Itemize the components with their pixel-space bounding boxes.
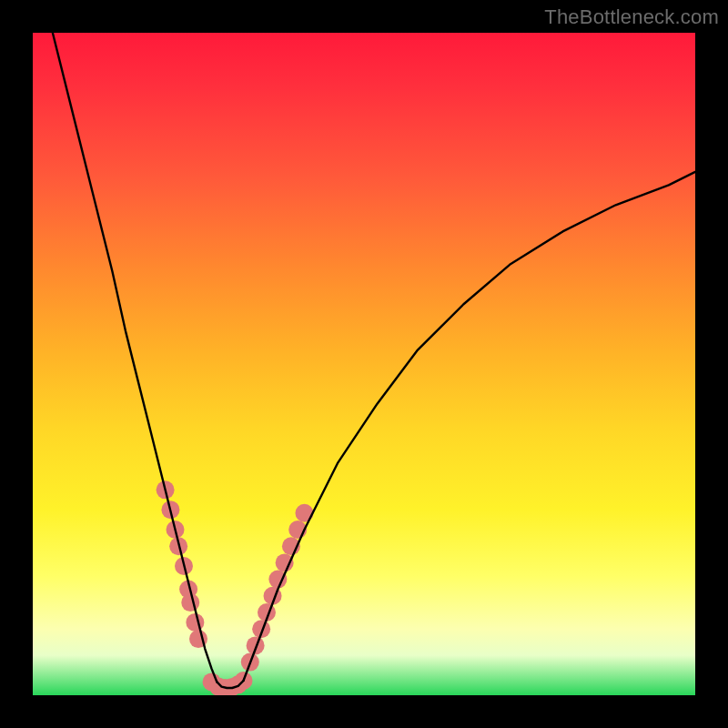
series-right-branch (244, 172, 696, 681)
chart-svg (33, 33, 695, 695)
marker-layer (157, 480, 314, 695)
plot-area (33, 33, 695, 695)
marker-right-dots (276, 553, 294, 571)
line-layer (53, 33, 695, 688)
watermark-text: TheBottleneck.com (544, 5, 719, 29)
marker-left-dots (186, 613, 204, 632)
marker-right-dots (295, 504, 313, 522)
marker-left-dots (181, 593, 199, 612)
outer-frame: TheBottleneck.com (0, 0, 728, 728)
